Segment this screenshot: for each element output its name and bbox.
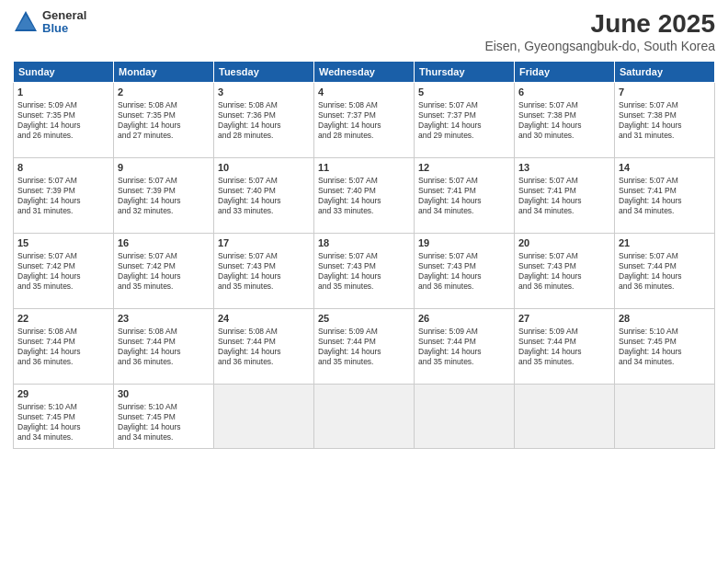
col-wednesday: Wednesday xyxy=(314,62,415,83)
table-row: 29Sunrise: 5:10 AM Sunset: 7:45 PM Dayli… xyxy=(14,385,114,449)
header: General Blue June 2025 Eisen, Gyeongsang… xyxy=(13,9,715,53)
table-row: 15Sunrise: 5:07 AM Sunset: 7:42 PM Dayli… xyxy=(14,234,114,309)
day-detail: Sunrise: 5:07 AM Sunset: 7:38 PM Dayligh… xyxy=(518,100,610,141)
calendar: Sunday Monday Tuesday Wednesday Thursday… xyxy=(13,61,715,449)
table-row: 13Sunrise: 5:07 AM Sunset: 7:41 PM Dayli… xyxy=(515,158,615,234)
day-detail: Sunrise: 5:09 AM Sunset: 7:44 PM Dayligh… xyxy=(318,327,410,367)
day-number: 27 xyxy=(518,312,610,326)
page: General Blue June 2025 Eisen, Gyeongsang… xyxy=(0,0,728,563)
day-detail: Sunrise: 5:08 AM Sunset: 7:35 PM Dayligh… xyxy=(118,100,210,141)
table-row: 30Sunrise: 5:10 AM Sunset: 7:45 PM Dayli… xyxy=(114,385,214,449)
table-row: 1Sunrise: 5:09 AM Sunset: 7:35 PM Daylig… xyxy=(14,83,114,158)
day-number: 17 xyxy=(218,236,310,250)
day-number: 7 xyxy=(619,86,711,99)
table-row: 20Sunrise: 5:07 AM Sunset: 7:43 PM Dayli… xyxy=(515,234,615,309)
table-row: 12Sunrise: 5:07 AM Sunset: 7:41 PM Dayli… xyxy=(415,158,515,234)
col-saturday: Saturday xyxy=(615,62,715,83)
day-detail: Sunrise: 5:09 AM Sunset: 7:35 PM Dayligh… xyxy=(17,100,109,141)
day-detail: Sunrise: 5:08 AM Sunset: 7:44 PM Dayligh… xyxy=(118,327,210,367)
day-number: 13 xyxy=(518,161,610,175)
table-row: 28Sunrise: 5:10 AM Sunset: 7:45 PM Dayli… xyxy=(615,309,715,385)
table-row: 27Sunrise: 5:09 AM Sunset: 7:44 PM Dayli… xyxy=(515,309,615,385)
logo-blue-text: Blue xyxy=(42,22,86,35)
table-row: 7Sunrise: 5:07 AM Sunset: 7:38 PM Daylig… xyxy=(615,83,715,158)
day-detail: Sunrise: 5:10 AM Sunset: 7:45 PM Dayligh… xyxy=(619,327,711,367)
day-detail: Sunrise: 5:07 AM Sunset: 7:44 PM Dayligh… xyxy=(619,251,711,292)
day-number: 26 xyxy=(418,312,510,326)
table-row xyxy=(214,385,314,449)
table-row: 3Sunrise: 5:08 AM Sunset: 7:36 PM Daylig… xyxy=(214,83,314,158)
day-number: 14 xyxy=(619,161,711,175)
main-title: June 2025 xyxy=(484,9,715,39)
day-number: 11 xyxy=(318,161,410,175)
table-row: 17Sunrise: 5:07 AM Sunset: 7:43 PM Dayli… xyxy=(214,234,314,309)
table-row: 10Sunrise: 5:07 AM Sunset: 7:40 PM Dayli… xyxy=(214,158,314,234)
day-number: 29 xyxy=(17,387,109,401)
table-row xyxy=(615,385,715,449)
subtitle: Eisen, Gyeongsangbuk-do, South Korea xyxy=(484,39,715,53)
table-row: 11Sunrise: 5:07 AM Sunset: 7:40 PM Dayli… xyxy=(314,158,415,234)
table-row: 16Sunrise: 5:07 AM Sunset: 7:42 PM Dayli… xyxy=(114,234,214,309)
day-detail: Sunrise: 5:07 AM Sunset: 7:42 PM Dayligh… xyxy=(118,251,210,292)
day-detail: Sunrise: 5:07 AM Sunset: 7:40 PM Dayligh… xyxy=(218,176,310,216)
table-row: 8Sunrise: 5:07 AM Sunset: 7:39 PM Daylig… xyxy=(14,158,114,234)
day-number: 9 xyxy=(118,161,210,175)
day-number: 15 xyxy=(17,236,109,250)
day-number: 18 xyxy=(318,236,410,250)
day-number: 20 xyxy=(518,236,610,250)
day-number: 1 xyxy=(17,86,109,99)
col-friday: Friday xyxy=(515,62,615,83)
col-thursday: Thursday xyxy=(415,62,515,83)
day-detail: Sunrise: 5:08 AM Sunset: 7:44 PM Dayligh… xyxy=(17,327,109,367)
day-detail: Sunrise: 5:08 AM Sunset: 7:36 PM Dayligh… xyxy=(218,100,310,141)
table-row xyxy=(415,385,515,449)
day-number: 25 xyxy=(318,312,410,326)
day-detail: Sunrise: 5:07 AM Sunset: 7:40 PM Dayligh… xyxy=(318,176,410,216)
day-detail: Sunrise: 5:07 AM Sunset: 7:41 PM Dayligh… xyxy=(518,176,610,216)
day-detail: Sunrise: 5:07 AM Sunset: 7:39 PM Dayligh… xyxy=(118,176,210,216)
table-row: 14Sunrise: 5:07 AM Sunset: 7:41 PM Dayli… xyxy=(615,158,715,234)
day-detail: Sunrise: 5:07 AM Sunset: 7:41 PM Dayligh… xyxy=(619,176,711,216)
day-number: 21 xyxy=(619,236,711,250)
table-row: 25Sunrise: 5:09 AM Sunset: 7:44 PM Dayli… xyxy=(314,309,415,385)
col-tuesday: Tuesday xyxy=(214,62,314,83)
table-row: 19Sunrise: 5:07 AM Sunset: 7:43 PM Dayli… xyxy=(415,234,515,309)
header-row: Sunday Monday Tuesday Wednesday Thursday… xyxy=(14,62,715,83)
day-number: 4 xyxy=(318,86,410,99)
day-number: 30 xyxy=(118,387,210,401)
table-row: 2Sunrise: 5:08 AM Sunset: 7:35 PM Daylig… xyxy=(114,83,214,158)
day-number: 2 xyxy=(118,86,210,99)
logo-text: General Blue xyxy=(42,9,86,36)
day-number: 8 xyxy=(17,161,109,175)
table-row: 18Sunrise: 5:07 AM Sunset: 7:43 PM Dayli… xyxy=(314,234,415,309)
table-row xyxy=(515,385,615,449)
day-detail: Sunrise: 5:07 AM Sunset: 7:37 PM Dayligh… xyxy=(418,100,510,141)
table-row: 5Sunrise: 5:07 AM Sunset: 7:37 PM Daylig… xyxy=(415,83,515,158)
logo: General Blue xyxy=(13,9,86,36)
day-detail: Sunrise: 5:07 AM Sunset: 7:39 PM Dayligh… xyxy=(17,176,109,216)
table-row: 6Sunrise: 5:07 AM Sunset: 7:38 PM Daylig… xyxy=(515,83,615,158)
col-sunday: Sunday xyxy=(14,62,114,83)
day-detail: Sunrise: 5:07 AM Sunset: 7:42 PM Dayligh… xyxy=(17,251,109,292)
table-row: 21Sunrise: 5:07 AM Sunset: 7:44 PM Dayli… xyxy=(615,234,715,309)
day-number: 23 xyxy=(118,312,210,326)
day-detail: Sunrise: 5:07 AM Sunset: 7:43 PM Dayligh… xyxy=(218,251,310,292)
day-number: 6 xyxy=(518,86,610,99)
day-detail: Sunrise: 5:07 AM Sunset: 7:43 PM Dayligh… xyxy=(418,251,510,292)
day-detail: Sunrise: 5:08 AM Sunset: 7:44 PM Dayligh… xyxy=(218,327,310,367)
logo-general-text: General xyxy=(42,9,86,22)
day-detail: Sunrise: 5:09 AM Sunset: 7:44 PM Dayligh… xyxy=(518,327,610,367)
day-number: 10 xyxy=(218,161,310,175)
table-row: 22Sunrise: 5:08 AM Sunset: 7:44 PM Dayli… xyxy=(14,309,114,385)
col-monday: Monday xyxy=(114,62,214,83)
day-number: 28 xyxy=(619,312,711,326)
day-number: 22 xyxy=(17,312,109,326)
title-area: June 2025 Eisen, Gyeongsangbuk-do, South… xyxy=(484,9,715,53)
table-row: 24Sunrise: 5:08 AM Sunset: 7:44 PM Dayli… xyxy=(214,309,314,385)
table-row: 4Sunrise: 5:08 AM Sunset: 7:37 PM Daylig… xyxy=(314,83,415,158)
logo-icon xyxy=(13,9,39,35)
day-detail: Sunrise: 5:08 AM Sunset: 7:37 PM Dayligh… xyxy=(318,100,410,141)
day-detail: Sunrise: 5:10 AM Sunset: 7:45 PM Dayligh… xyxy=(17,402,109,442)
table-row: 9Sunrise: 5:07 AM Sunset: 7:39 PM Daylig… xyxy=(114,158,214,234)
table-row: 23Sunrise: 5:08 AM Sunset: 7:44 PM Dayli… xyxy=(114,309,214,385)
